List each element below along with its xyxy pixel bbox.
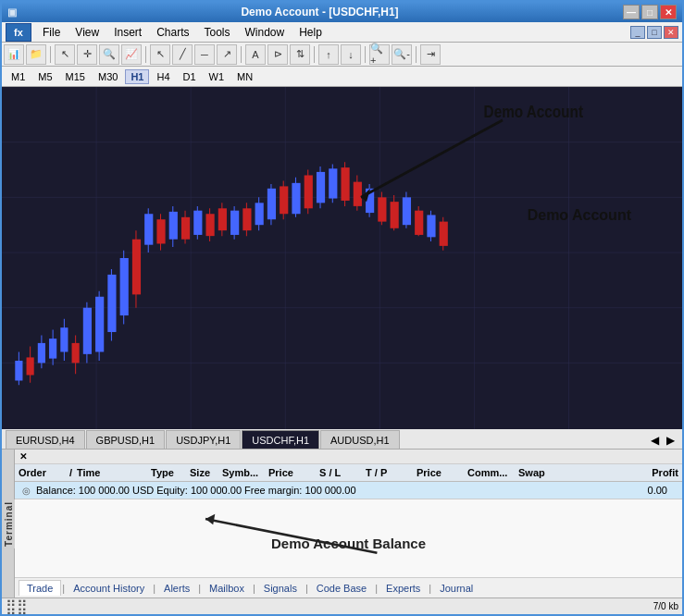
svg-rect-81: [427, 215, 435, 237]
svg-rect-73: [378, 197, 386, 221]
title-bar: ▣ Demo Account - [USDCHF,H1] — □ ✕: [2, 2, 682, 22]
svg-rect-65: [329, 168, 337, 198]
svg-rect-45: [206, 214, 215, 236]
toolbar-main: 📊 📁 ↖ ✛ 🔍 📈 ↖ ╱ ─ ↗ A ⊳ ⇅ ↑ ↓ 🔍+ 🔍- ⇥: [2, 43, 682, 67]
scroll-right-btn[interactable]: ⇥: [420, 44, 441, 65]
indicator-btn[interactable]: 📈: [121, 44, 142, 65]
chart-up-btn[interactable]: ↑: [318, 44, 339, 65]
balance-arrow: [15, 499, 682, 577]
cursor-btn[interactable]: ↖: [55, 44, 75, 65]
terminal-close-btn[interactable]: ✕: [17, 451, 30, 462]
inner-minimize-btn[interactable]: _: [630, 26, 645, 39]
chart-area[interactable]: Demo Account Demo Account: [2, 87, 682, 429]
tab-trade[interactable]: Trade: [19, 580, 61, 596]
tab-mailbox[interactable]: Mailbox: [202, 581, 252, 596]
tab-account-history[interactable]: Account History: [66, 581, 152, 596]
new-chart-btn[interactable]: 📊: [4, 44, 24, 65]
menu-window[interactable]: Window: [238, 24, 292, 41]
line-btn[interactable]: ╱: [172, 44, 193, 65]
col-comm: Comm...: [464, 466, 515, 479]
tab-experts[interactable]: Experts: [379, 581, 428, 596]
col-swap: Swap: [515, 466, 552, 479]
col-sl: S / L: [316, 466, 362, 479]
balance-text: Balance: 100 000.00 USD Equity: 100 000.…: [36, 485, 648, 496]
col-price: Price: [265, 466, 316, 479]
tf-w1[interactable]: W1: [204, 69, 230, 84]
close-button[interactable]: ✕: [660, 5, 677, 19]
bottom-tabs: Trade | Account History | Alerts | Mailb…: [15, 577, 682, 598]
app-icon: fx: [6, 23, 31, 42]
svg-rect-37: [156, 219, 165, 243]
svg-rect-55: [267, 189, 276, 219]
menu-insert[interactable]: Insert: [106, 24, 149, 41]
trendline-btn[interactable]: ↗: [217, 44, 237, 65]
menu-tools[interactable]: Tools: [197, 24, 238, 41]
chart-down-btn[interactable]: ↓: [341, 44, 361, 65]
tab-signals[interactable]: Signals: [256, 581, 305, 596]
zoom-btn[interactable]: 🔍: [99, 44, 119, 65]
tf-d1[interactable]: D1: [178, 69, 202, 84]
tab-alerts[interactable]: Alerts: [156, 581, 197, 596]
svg-rect-29: [107, 275, 116, 332]
tab-scroll-left[interactable]: ◀: [647, 432, 663, 449]
col-order: Order: [15, 466, 66, 479]
tab-usdjpy-h1[interactable]: USDJPY,H1: [166, 430, 241, 449]
arrows-btn[interactable]: ⇅: [290, 44, 310, 65]
svg-rect-13: [15, 361, 22, 380]
open-btn[interactable]: 📁: [26, 44, 46, 65]
tf-h1[interactable]: H1: [125, 69, 149, 84]
svg-rect-69: [354, 182, 362, 206]
inner-maximize-btn[interactable]: □: [647, 26, 662, 39]
tab-scroll-right[interactable]: ▶: [663, 432, 678, 449]
balance-profit: 0.00: [648, 485, 675, 496]
svg-rect-47: [218, 208, 227, 230]
tab-eurusd-h4[interactable]: EURUSD,H4: [6, 430, 85, 449]
menu-file[interactable]: File: [35, 24, 68, 41]
svg-rect-71: [366, 189, 374, 213]
crosshair-btn[interactable]: ✛: [77, 44, 97, 65]
minimize-button[interactable]: —: [623, 5, 640, 19]
svg-rect-27: [95, 297, 104, 352]
balance-annotation-area: Demo Account Balance: [15, 499, 682, 577]
tab-gbpusd-h1[interactable]: GBPUSD,H1: [86, 430, 166, 449]
svg-rect-75: [391, 202, 399, 228]
svg-line-87: [205, 519, 377, 553]
menu-view[interactable]: View: [68, 24, 106, 41]
status-bar: ⣿⣿ 7/0 kb: [2, 598, 682, 614]
col-price2: Price: [413, 466, 464, 479]
arrow-tool-btn[interactable]: ↖: [150, 44, 170, 65]
zoom-in-btn[interactable]: 🔍+: [369, 44, 390, 65]
balance-indicator: ◎: [22, 486, 31, 496]
menu-charts[interactable]: Charts: [149, 24, 196, 41]
zoom-out-btn[interactable]: 🔍-: [392, 44, 412, 65]
svg-rect-25: [83, 308, 92, 354]
tab-code-base[interactable]: Code Base: [309, 581, 374, 596]
tf-h4[interactable]: H4: [151, 69, 175, 84]
inner-close-btn[interactable]: ✕: [664, 26, 678, 39]
col-tp: T / P: [362, 466, 413, 479]
demo-account-annotation: Demo Account: [528, 207, 631, 224]
col-profit: Profit: [552, 466, 682, 479]
balance-row: ◎ Balance: 100 000.00 USD Equity: 100 00…: [15, 482, 682, 499]
svg-marker-88: [205, 514, 215, 525]
tab-usdchf-h1[interactable]: USDCHF,H1: [242, 430, 319, 449]
tab-journal[interactable]: Journal: [432, 581, 480, 596]
tf-m5[interactable]: M5: [32, 69, 57, 84]
tf-m1[interactable]: M1: [6, 69, 31, 84]
menu-help[interactable]: Help: [292, 24, 330, 41]
tab-audusd-h1[interactable]: AUDUSD,H1: [320, 430, 400, 449]
maximize-button[interactable]: □: [641, 5, 658, 19]
svg-rect-43: [193, 211, 202, 235]
tf-m15[interactable]: M15: [60, 69, 91, 84]
col-type: Type: [147, 466, 186, 479]
svg-rect-61: [305, 175, 313, 208]
text-btn[interactable]: A: [245, 44, 266, 65]
period-btn[interactable]: ⊳: [267, 44, 288, 65]
svg-rect-67: [341, 167, 349, 201]
tf-mn[interactable]: MN: [231, 69, 258, 84]
terminal-panel: ✕ Order / Time Type Size Symb... Price S…: [15, 450, 682, 598]
svg-rect-21: [60, 327, 68, 351]
tf-m30[interactable]: M30: [93, 69, 123, 84]
status-kb: 7/0 kb: [653, 601, 678, 611]
hline-btn[interactable]: ─: [194, 44, 215, 65]
